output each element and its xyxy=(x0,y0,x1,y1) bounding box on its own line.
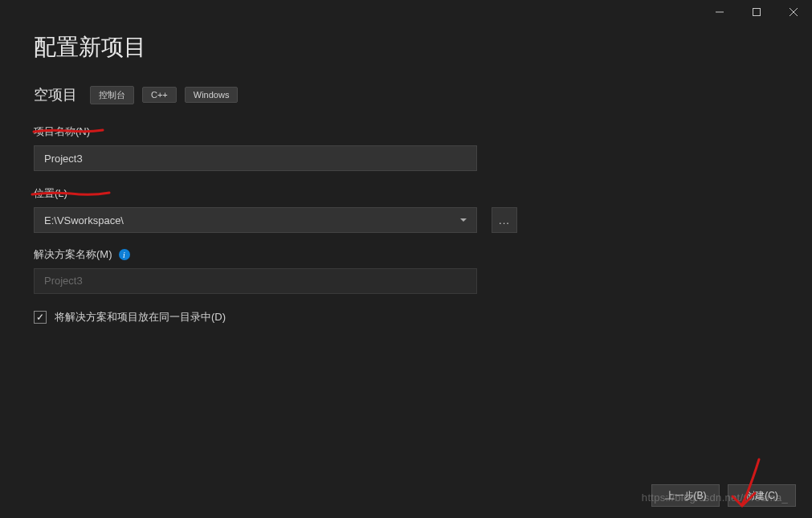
browse-button[interactable]: ... xyxy=(492,207,517,233)
solution-name-label: 解决方案名称(M) xyxy=(34,247,112,262)
location-dropdown[interactable]: E:\VSworkspace\ xyxy=(34,207,477,233)
location-label: 位置(L) xyxy=(34,186,67,201)
svg-rect-1 xyxy=(753,9,761,16)
template-info-row: 空项目 控制台 C++ Windows xyxy=(34,85,778,104)
location-group: 位置(L) E:\VSworkspace\ ... xyxy=(34,186,778,233)
main-content: 配置新项目 空项目 控制台 C++ Windows 项目名称(N) 位置(L) … xyxy=(0,24,812,324)
project-name-input[interactable] xyxy=(34,145,477,171)
footer-buttons: 上一步(B) 创建(C) xyxy=(651,484,796,507)
chevron-down-icon xyxy=(460,218,467,222)
chip-windows: Windows xyxy=(185,87,239,103)
same-directory-checkbox[interactable]: ✓ xyxy=(34,311,47,324)
back-button[interactable]: 上一步(B) xyxy=(651,484,720,507)
location-value: E:\VSworkspace\ xyxy=(44,214,124,226)
chip-cpp: C++ xyxy=(142,87,177,103)
same-directory-row: ✓ 将解决方案和项目放在同一目录中(D) xyxy=(34,310,778,324)
solution-name-group: 解决方案名称(M) i Project3 xyxy=(34,247,778,294)
template-name: 空项目 xyxy=(34,85,77,104)
project-name-group: 项目名称(N) xyxy=(34,124,778,171)
same-directory-label: 将解决方案和项目放在同一目录中(D) xyxy=(55,310,226,324)
minimize-button[interactable] xyxy=(701,0,738,24)
info-icon[interactable]: i xyxy=(119,249,130,260)
solution-name-input: Project3 xyxy=(34,268,477,294)
chip-console: 控制台 xyxy=(90,86,134,104)
page-title: 配置新项目 xyxy=(34,32,778,63)
project-name-label: 项目名称(N) xyxy=(34,124,90,139)
close-button[interactable] xyxy=(775,0,812,24)
window-titlebar xyxy=(0,0,812,24)
maximize-button[interactable] xyxy=(738,0,775,24)
create-button[interactable]: 创建(C) xyxy=(728,484,796,507)
